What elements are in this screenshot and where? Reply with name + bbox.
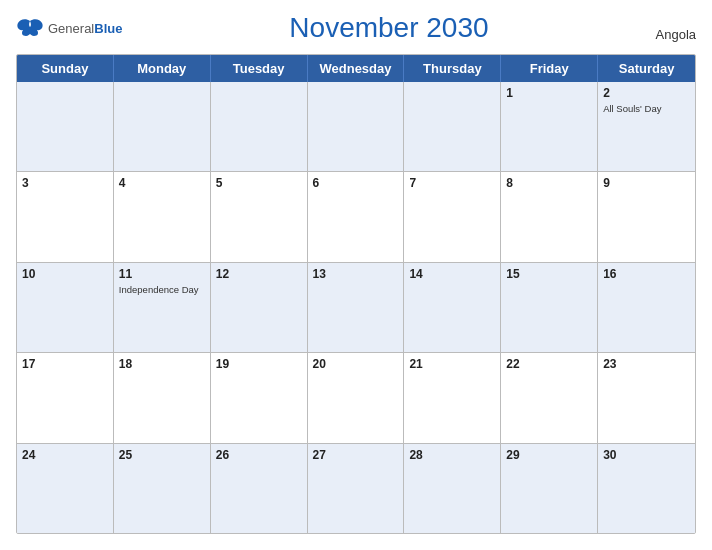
table-row: 15 [501,263,598,352]
table-row: 30 [598,444,695,533]
week-row-5: 24 25 26 27 28 29 30 [17,443,695,533]
table-row: 21 [404,353,501,442]
day-sunday: Sunday [17,55,114,82]
table-row: 29 [501,444,598,533]
table-row: 24 [17,444,114,533]
table-row: 19 [211,353,308,442]
table-row: 2All Souls' Day [598,82,695,171]
table-row: 6 [308,172,405,261]
table-row [211,82,308,171]
table-row: 7 [404,172,501,261]
week-row-2: 3 4 5 6 7 8 9 [17,171,695,261]
table-row: 5 [211,172,308,261]
table-row: 18 [114,353,211,442]
country-label: Angola [656,27,696,44]
logo-icon [16,17,44,39]
table-row: 12 [211,263,308,352]
table-row: 23 [598,353,695,442]
table-row: 25 [114,444,211,533]
calendar-body: 1 2All Souls' Day 3 4 5 6 7 8 9 10 11Ind… [17,82,695,533]
logo: GeneralBlue [16,17,122,39]
calendar-header: Sunday Monday Tuesday Wednesday Thursday… [17,55,695,82]
table-row: 8 [501,172,598,261]
table-row: 26 [211,444,308,533]
table-row [17,82,114,171]
table-row: 17 [17,353,114,442]
calendar: Sunday Monday Tuesday Wednesday Thursday… [16,54,696,534]
table-row: 1 [501,82,598,171]
table-row: 16 [598,263,695,352]
day-monday: Monday [114,55,211,82]
page-header: GeneralBlue November 2030 Angola [16,12,696,44]
day-tuesday: Tuesday [211,55,308,82]
table-row [114,82,211,171]
day-friday: Friday [501,55,598,82]
table-row: 20 [308,353,405,442]
table-row [404,82,501,171]
week-row-3: 10 11Independence Day 12 13 14 15 16 [17,262,695,352]
logo-label: GeneralBlue [48,19,122,37]
table-row [308,82,405,171]
day-wednesday: Wednesday [308,55,405,82]
table-row: 4 [114,172,211,261]
table-row: 27 [308,444,405,533]
table-row: 13 [308,263,405,352]
day-thursday: Thursday [404,55,501,82]
table-row: 3 [17,172,114,261]
table-row: 14 [404,263,501,352]
week-row-4: 17 18 19 20 21 22 23 [17,352,695,442]
day-saturday: Saturday [598,55,695,82]
week-row-1: 1 2All Souls' Day [17,82,695,171]
calendar-title: November 2030 [122,12,655,44]
table-row: 11Independence Day [114,263,211,352]
table-row: 28 [404,444,501,533]
table-row: 10 [17,263,114,352]
table-row: 9 [598,172,695,261]
table-row: 22 [501,353,598,442]
